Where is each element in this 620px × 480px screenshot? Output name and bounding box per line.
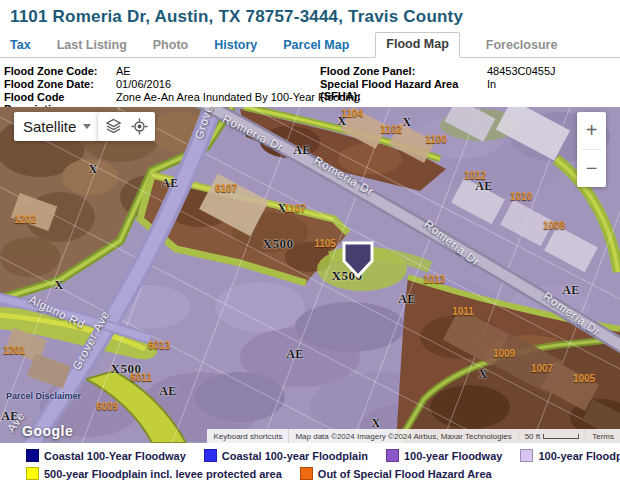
zoom-in-button[interactable]: + <box>577 112 606 149</box>
map-data-attribution: Map data ©2024 Imagery ©2024 Airbus, Max… <box>288 429 517 443</box>
map-scale: 50 ft <box>518 429 586 443</box>
legend-item-coastal-100-year-floodplain: Coastal 100-year Floodplain <box>204 449 368 462</box>
flood-info-right: Flood Zone Panel:48453C0455JSpecial Floo… <box>320 65 620 107</box>
map-tools <box>98 112 155 141</box>
page-title: 1101 Romeria Dr, Austin, TX 78757-3444, … <box>0 0 620 29</box>
legend-label: 500-year Floodplain incl. levee protecte… <box>44 468 282 480</box>
field-label: Special Flood Hazard Area (SFHA): <box>320 78 487 102</box>
legend-swatch <box>26 467 39 480</box>
map-attribution-bar: Keyboard shortcuts Map data ©2024 Imager… <box>207 429 620 443</box>
terms-link[interactable]: Terms <box>585 429 620 443</box>
legend-swatch <box>26 449 39 462</box>
field-label: Flood Zone Code: <box>4 65 116 77</box>
map-scale-label: 50 ft <box>525 432 541 441</box>
tab-flood-map[interactable]: Flood Map <box>375 32 460 58</box>
field-value: AE <box>116 65 131 77</box>
tab-bar: TaxLast ListingPhotoHistoryParcel MapFlo… <box>0 32 620 58</box>
legend-item-coastal-100-year-floodway: Coastal 100-Year Floodway <box>26 449 186 462</box>
zoom-out-button[interactable]: − <box>577 150 606 187</box>
legend-swatch <box>204 449 217 462</box>
tab-parcel-map[interactable]: Parcel Map <box>283 34 349 57</box>
info-row-special-flood-hazard-area-sfha: Special Flood Hazard Area (SFHA):In <box>320 78 620 102</box>
tab-photo[interactable]: Photo <box>153 34 188 57</box>
field-label: Flood Zone Date: <box>4 78 116 90</box>
tab-history[interactable]: History <box>214 34 257 57</box>
legend-swatch <box>386 449 399 462</box>
zoom-control: + − <box>577 112 606 187</box>
map-container[interactable]: GroveRomeria DrRomeria DrRomeria DrRomer… <box>0 107 620 443</box>
field-label: Flood Zone Panel: <box>320 65 487 77</box>
legend-label: 100-year Floodplain <box>538 450 620 462</box>
legend-item-500-year-floodplain-incl-levee-protected-area: 500-year Floodplain incl. levee protecte… <box>26 467 282 480</box>
info-row-flood-zone-panel: Flood Zone Panel:48453C0455J <box>320 65 620 77</box>
legend-row-1: Coastal 100-Year FloodwayCoastal 100-yea… <box>26 449 620 462</box>
legend-label: Out of Special Flood Hazard Area <box>318 468 492 480</box>
legend-swatch <box>300 467 313 480</box>
map-type-label: Satellite <box>23 118 76 135</box>
chevron-down-icon <box>83 124 91 129</box>
map-type-dropdown[interactable]: Satellite <box>14 112 100 141</box>
flood-map-page: 1101 Romeria Dr, Austin, TX 78757-3444, … <box>0 0 620 480</box>
field-value: 48453C0455J <box>487 65 556 77</box>
parcel-disclaimer-link[interactable]: Parcel Disclaimer <box>6 391 81 401</box>
legend-item-100-year-floodway: 100-year Floodway <box>386 449 502 462</box>
legend-swatch <box>520 449 533 462</box>
flood-info-panel: Flood Zone Code:AEFlood Zone Date:01/06/… <box>0 58 620 107</box>
map-scale-bar <box>543 434 579 439</box>
flood-info-left: Flood Zone Code:AEFlood Zone Date:01/06/… <box>4 65 320 107</box>
info-row-flood-zone-date: Flood Zone Date:01/06/2016 <box>4 78 320 90</box>
my-location-icon[interactable] <box>129 116 151 138</box>
tab-last-listing[interactable]: Last Listing <box>57 34 127 57</box>
tab-tax[interactable]: Tax <box>10 34 31 57</box>
info-row-flood-zone-code: Flood Zone Code:AE <box>4 65 320 77</box>
legend-label: Coastal 100-year Floodplain <box>222 450 368 462</box>
field-value: In <box>487 78 496 102</box>
legend-label: 100-year Floodway <box>404 450 502 462</box>
legend-row-2: 500-year Floodplain incl. levee protecte… <box>26 467 620 480</box>
tab-foreclosure[interactable]: Foreclosure <box>486 34 558 57</box>
property-marker[interactable] <box>340 239 376 279</box>
satellite-imagery <box>0 107 620 443</box>
legend-item-100-year-floodplain: 100-year Floodplain <box>520 449 620 462</box>
keyboard-shortcuts-button[interactable]: Keyboard shortcuts <box>207 429 288 443</box>
legend-item-out-of-special-flood-hazard-area: Out of Special Flood Hazard Area <box>300 467 492 480</box>
layers-icon[interactable] <box>102 116 124 138</box>
flood-legend: Coastal 100-Year FloodwayCoastal 100-yea… <box>0 443 620 480</box>
google-logo[interactable]: Google <box>22 423 73 439</box>
legend-label: Coastal 100-Year Floodway <box>44 450 186 462</box>
field-value: 01/06/2016 <box>116 78 171 90</box>
